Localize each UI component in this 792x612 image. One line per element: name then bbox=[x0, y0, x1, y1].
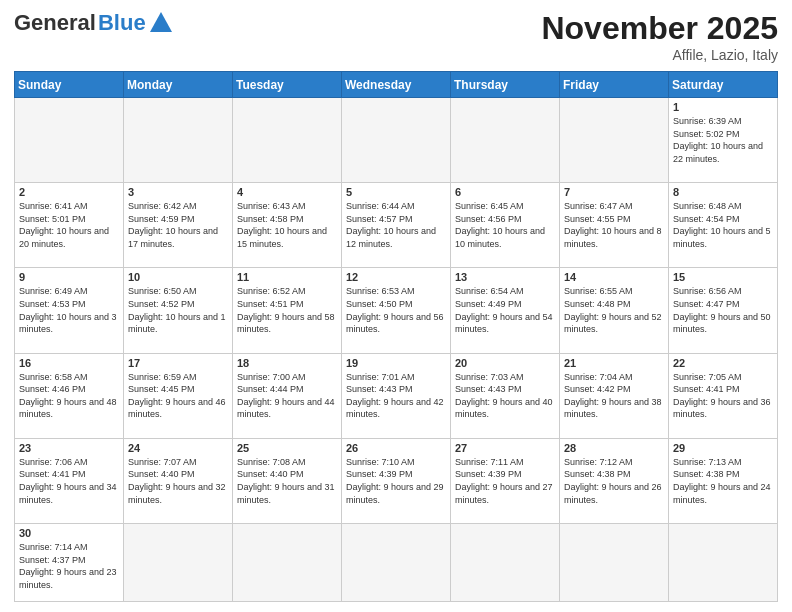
day-info: Sunrise: 7:08 AM Sunset: 4:40 PM Dayligh… bbox=[237, 456, 337, 506]
day-info: Sunrise: 7:06 AM Sunset: 4:41 PM Dayligh… bbox=[19, 456, 119, 506]
calendar-cell: 12Sunrise: 6:53 AM Sunset: 4:50 PM Dayli… bbox=[342, 268, 451, 353]
day-number: 19 bbox=[346, 357, 446, 369]
day-number: 23 bbox=[19, 442, 119, 454]
weekday-tuesday: Tuesday bbox=[233, 72, 342, 98]
calendar-cell: 24Sunrise: 7:07 AM Sunset: 4:40 PM Dayli… bbox=[124, 438, 233, 523]
logo-general: General bbox=[14, 10, 96, 36]
day-number: 2 bbox=[19, 186, 119, 198]
day-info: Sunrise: 7:12 AM Sunset: 4:38 PM Dayligh… bbox=[564, 456, 664, 506]
calendar-cell: 20Sunrise: 7:03 AM Sunset: 4:43 PM Dayli… bbox=[451, 353, 560, 438]
calendar-cell: 18Sunrise: 7:00 AM Sunset: 4:44 PM Dayli… bbox=[233, 353, 342, 438]
weekday-friday: Friday bbox=[560, 72, 669, 98]
day-info: Sunrise: 6:54 AM Sunset: 4:49 PM Dayligh… bbox=[455, 285, 555, 335]
calendar-cell: 21Sunrise: 7:04 AM Sunset: 4:42 PM Dayli… bbox=[560, 353, 669, 438]
day-info: Sunrise: 6:43 AM Sunset: 4:58 PM Dayligh… bbox=[237, 200, 337, 250]
calendar-cell: 14Sunrise: 6:55 AM Sunset: 4:48 PM Dayli… bbox=[560, 268, 669, 353]
calendar-cell: 3Sunrise: 6:42 AM Sunset: 4:59 PM Daylig… bbox=[124, 183, 233, 268]
day-info: Sunrise: 7:13 AM Sunset: 4:38 PM Dayligh… bbox=[673, 456, 773, 506]
weekday-monday: Monday bbox=[124, 72, 233, 98]
weekday-saturday: Saturday bbox=[669, 72, 778, 98]
day-info: Sunrise: 7:05 AM Sunset: 4:41 PM Dayligh… bbox=[673, 371, 773, 421]
day-number: 17 bbox=[128, 357, 228, 369]
calendar-cell: 22Sunrise: 7:05 AM Sunset: 4:41 PM Dayli… bbox=[669, 353, 778, 438]
calendar-cell bbox=[451, 98, 560, 183]
calendar-cell: 8Sunrise: 6:48 AM Sunset: 4:54 PM Daylig… bbox=[669, 183, 778, 268]
calendar-cell: 28Sunrise: 7:12 AM Sunset: 4:38 PM Dayli… bbox=[560, 438, 669, 523]
day-info: Sunrise: 6:59 AM Sunset: 4:45 PM Dayligh… bbox=[128, 371, 228, 421]
calendar-cell bbox=[124, 524, 233, 602]
day-info: Sunrise: 6:58 AM Sunset: 4:46 PM Dayligh… bbox=[19, 371, 119, 421]
weekday-thursday: Thursday bbox=[451, 72, 560, 98]
day-info: Sunrise: 6:45 AM Sunset: 4:56 PM Dayligh… bbox=[455, 200, 555, 250]
calendar-cell: 17Sunrise: 6:59 AM Sunset: 4:45 PM Dayli… bbox=[124, 353, 233, 438]
calendar-cell bbox=[669, 524, 778, 602]
day-info: Sunrise: 7:11 AM Sunset: 4:39 PM Dayligh… bbox=[455, 456, 555, 506]
day-number: 18 bbox=[237, 357, 337, 369]
calendar-cell: 23Sunrise: 7:06 AM Sunset: 4:41 PM Dayli… bbox=[15, 438, 124, 523]
calendar-cell: 13Sunrise: 6:54 AM Sunset: 4:49 PM Dayli… bbox=[451, 268, 560, 353]
day-number: 29 bbox=[673, 442, 773, 454]
day-number: 7 bbox=[564, 186, 664, 198]
day-info: Sunrise: 6:55 AM Sunset: 4:48 PM Dayligh… bbox=[564, 285, 664, 335]
calendar-cell: 4Sunrise: 6:43 AM Sunset: 4:58 PM Daylig… bbox=[233, 183, 342, 268]
day-info: Sunrise: 7:03 AM Sunset: 4:43 PM Dayligh… bbox=[455, 371, 555, 421]
day-info: Sunrise: 6:56 AM Sunset: 4:47 PM Dayligh… bbox=[673, 285, 773, 335]
calendar-cell: 29Sunrise: 7:13 AM Sunset: 4:38 PM Dayli… bbox=[669, 438, 778, 523]
day-number: 16 bbox=[19, 357, 119, 369]
weekday-wednesday: Wednesday bbox=[342, 72, 451, 98]
day-number: 12 bbox=[346, 271, 446, 283]
calendar-cell bbox=[342, 524, 451, 602]
calendar-cell: 1Sunrise: 6:39 AM Sunset: 5:02 PM Daylig… bbox=[669, 98, 778, 183]
day-number: 8 bbox=[673, 186, 773, 198]
day-number: 9 bbox=[19, 271, 119, 283]
calendar-cell: 6Sunrise: 6:45 AM Sunset: 4:56 PM Daylig… bbox=[451, 183, 560, 268]
logo-blue: Blue bbox=[98, 10, 146, 36]
day-number: 27 bbox=[455, 442, 555, 454]
calendar-cell bbox=[451, 524, 560, 602]
logo: General Blue bbox=[14, 10, 172, 36]
calendar-cell: 11Sunrise: 6:52 AM Sunset: 4:51 PM Dayli… bbox=[233, 268, 342, 353]
calendar-cell: 10Sunrise: 6:50 AM Sunset: 4:52 PM Dayli… bbox=[124, 268, 233, 353]
day-number: 14 bbox=[564, 271, 664, 283]
calendar-cell: 2Sunrise: 6:41 AM Sunset: 5:01 PM Daylig… bbox=[15, 183, 124, 268]
weekday-header-row: SundayMondayTuesdayWednesdayThursdayFrid… bbox=[15, 72, 778, 98]
month-title: November 2025 bbox=[541, 10, 778, 47]
day-number: 22 bbox=[673, 357, 773, 369]
day-number: 28 bbox=[564, 442, 664, 454]
day-number: 20 bbox=[455, 357, 555, 369]
day-number: 13 bbox=[455, 271, 555, 283]
day-info: Sunrise: 6:50 AM Sunset: 4:52 PM Dayligh… bbox=[128, 285, 228, 335]
day-number: 6 bbox=[455, 186, 555, 198]
calendar-cell: 26Sunrise: 7:10 AM Sunset: 4:39 PM Dayli… bbox=[342, 438, 451, 523]
day-info: Sunrise: 7:04 AM Sunset: 4:42 PM Dayligh… bbox=[564, 371, 664, 421]
day-number: 26 bbox=[346, 442, 446, 454]
calendar-cell bbox=[233, 524, 342, 602]
calendar-cell bbox=[342, 98, 451, 183]
day-info: Sunrise: 6:41 AM Sunset: 5:01 PM Dayligh… bbox=[19, 200, 119, 250]
day-info: Sunrise: 6:44 AM Sunset: 4:57 PM Dayligh… bbox=[346, 200, 446, 250]
calendar-cell: 9Sunrise: 6:49 AM Sunset: 4:53 PM Daylig… bbox=[15, 268, 124, 353]
calendar-cell: 30Sunrise: 7:14 AM Sunset: 4:37 PM Dayli… bbox=[15, 524, 124, 602]
day-info: Sunrise: 7:00 AM Sunset: 4:44 PM Dayligh… bbox=[237, 371, 337, 421]
calendar-cell: 16Sunrise: 6:58 AM Sunset: 4:46 PM Dayli… bbox=[15, 353, 124, 438]
day-number: 15 bbox=[673, 271, 773, 283]
day-info: Sunrise: 7:07 AM Sunset: 4:40 PM Dayligh… bbox=[128, 456, 228, 506]
day-number: 4 bbox=[237, 186, 337, 198]
calendar-cell: 7Sunrise: 6:47 AM Sunset: 4:55 PM Daylig… bbox=[560, 183, 669, 268]
calendar-cell: 5Sunrise: 6:44 AM Sunset: 4:57 PM Daylig… bbox=[342, 183, 451, 268]
header: General Blue November 2025 Affile, Lazio… bbox=[14, 10, 778, 63]
logo-area: General Blue bbox=[14, 10, 172, 36]
calendar-cell: 15Sunrise: 6:56 AM Sunset: 4:47 PM Dayli… bbox=[669, 268, 778, 353]
calendar-cell bbox=[124, 98, 233, 183]
weekday-sunday: Sunday bbox=[15, 72, 124, 98]
calendar-cell: 19Sunrise: 7:01 AM Sunset: 4:43 PM Dayli… bbox=[342, 353, 451, 438]
location-title: Affile, Lazio, Italy bbox=[541, 47, 778, 63]
day-info: Sunrise: 6:42 AM Sunset: 4:59 PM Dayligh… bbox=[128, 200, 228, 250]
day-number: 5 bbox=[346, 186, 446, 198]
svg-marker-0 bbox=[150, 12, 172, 32]
day-number: 25 bbox=[237, 442, 337, 454]
calendar-cell: 27Sunrise: 7:11 AM Sunset: 4:39 PM Dayli… bbox=[451, 438, 560, 523]
calendar-cell bbox=[15, 98, 124, 183]
day-number: 1 bbox=[673, 101, 773, 113]
day-info: Sunrise: 7:10 AM Sunset: 4:39 PM Dayligh… bbox=[346, 456, 446, 506]
